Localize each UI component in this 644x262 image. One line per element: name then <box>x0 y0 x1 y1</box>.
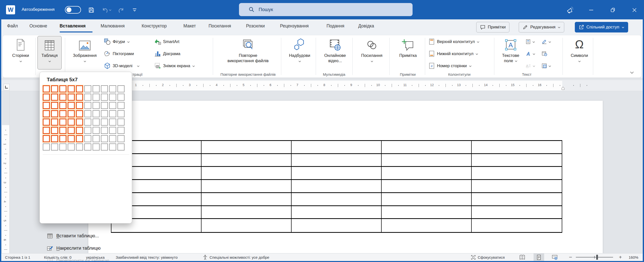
table-size-cell[interactable] <box>59 135 66 142</box>
print-layout-button[interactable] <box>534 253 544 261</box>
online-video-button[interactable]: Онлайнове відео... <box>318 36 352 68</box>
table-size-cell[interactable] <box>76 135 83 142</box>
table-size-cell[interactable] <box>68 135 75 142</box>
quick-parts-button[interactable] <box>526 36 535 47</box>
table-size-cell[interactable] <box>84 110 91 117</box>
table-size-cell[interactable] <box>109 135 116 142</box>
tab-home[interactable]: Основне <box>29 23 47 29</box>
table-size-cell[interactable] <box>84 143 91 151</box>
table-size-cell[interactable] <box>109 119 116 126</box>
table-size-cell[interactable] <box>76 143 83 151</box>
table-size-cell[interactable] <box>93 143 100 151</box>
table-size-cell[interactable] <box>68 85 75 92</box>
table-size-cell[interactable] <box>43 110 50 117</box>
save-button[interactable] <box>87 6 96 14</box>
table-size-cell[interactable] <box>84 127 91 134</box>
table-size-cell[interactable] <box>76 127 83 134</box>
table-size-cell[interactable] <box>93 135 100 142</box>
symbols-button[interactable]: Ω Символи <box>566 36 593 68</box>
table-size-cell[interactable] <box>84 102 91 109</box>
table-size-cell[interactable] <box>51 94 58 101</box>
share-button[interactable]: Спільний доступ <box>575 22 628 32</box>
signature-line-button[interactable] <box>542 36 551 47</box>
table-size-cell[interactable] <box>84 119 91 126</box>
pages-button[interactable]: Сторінки <box>8 36 33 68</box>
new-comment-button[interactable]: Примітка <box>391 36 425 68</box>
tab-view[interactable]: Подання <box>327 23 344 29</box>
table-button[interactable]: Таблиця <box>37 36 62 69</box>
table-size-cell[interactable] <box>51 119 58 126</box>
table-size-cell[interactable] <box>93 94 100 101</box>
menu-item-draw-table[interactable]: Накреслити таблицю <box>40 242 132 254</box>
table-size-cell[interactable] <box>93 127 100 134</box>
table-size-cell[interactable] <box>117 94 125 101</box>
table-size-cell[interactable] <box>84 85 91 92</box>
table-size-cell[interactable] <box>76 119 83 126</box>
tab-help[interactable]: Довідка <box>358 23 374 29</box>
shapes-button[interactable]: Фігури <box>104 36 130 47</box>
footer-button[interactable]: Нижній колонтитул <box>428 48 478 59</box>
table-cell[interactable] <box>292 167 382 180</box>
table-size-cell[interactable] <box>51 143 58 151</box>
table-cell[interactable] <box>202 167 292 180</box>
table-size-cell[interactable] <box>43 127 50 134</box>
table-size-cell[interactable] <box>43 119 50 126</box>
links-button[interactable]: Посилання <box>354 36 389 68</box>
table-size-cell[interactable] <box>59 85 66 92</box>
right-indent-marker[interactable] <box>561 87 565 90</box>
table-size-cell[interactable] <box>109 94 116 101</box>
table-size-cell[interactable] <box>76 102 83 109</box>
autosave-toggle[interactable] <box>65 6 81 14</box>
drop-cap-button[interactable]: А <box>526 60 535 71</box>
table-size-cell[interactable] <box>109 143 116 151</box>
textbox-button[interactable]: А Текстове поле <box>498 36 524 68</box>
comments-button[interactable]: Примітки <box>476 22 509 32</box>
table-cell[interactable] <box>472 141 562 154</box>
tab-draw[interactable]: Малювання <box>101 23 125 29</box>
table-size-cell[interactable] <box>59 110 66 117</box>
table-cell[interactable] <box>472 167 562 180</box>
tab-references[interactable]: Посилання <box>209 23 231 29</box>
table-cell[interactable] <box>202 193 292 206</box>
table-size-cell[interactable] <box>101 110 108 117</box>
zoom-in-button[interactable]: + <box>617 253 624 261</box>
pictures-button[interactable]: Зображення <box>68 36 102 68</box>
table-cell[interactable] <box>202 219 292 232</box>
reuse-files-button[interactable]: Повторне використання файлів <box>217 36 279 68</box>
table-size-cell[interactable] <box>68 127 75 134</box>
table-size-cell[interactable] <box>68 143 75 151</box>
table-size-cell[interactable] <box>101 119 108 126</box>
smartart-button[interactable]: SmartArt <box>154 36 179 47</box>
object-button[interactable] <box>542 60 551 71</box>
zoom-slider-thumb[interactable] <box>596 255 598 260</box>
table-size-cell[interactable] <box>59 119 66 126</box>
page-indicator[interactable]: Сторінка 1 із 1 <box>5 253 30 261</box>
table-size-cell[interactable] <box>93 85 100 92</box>
document-table[interactable] <box>111 140 562 233</box>
table-cell[interactable] <box>202 141 292 154</box>
tab-mailings[interactable]: Розсилки <box>246 23 265 29</box>
table-cell[interactable] <box>292 154 382 167</box>
table-size-grid[interactable] <box>43 85 125 151</box>
header-button[interactable]: Верхній колонтитул <box>428 36 479 47</box>
redo-button[interactable] <box>116 6 126 14</box>
table-cell[interactable] <box>202 154 292 167</box>
table-cell[interactable] <box>472 206 562 219</box>
table-cell[interactable] <box>202 206 292 219</box>
table-size-cell[interactable] <box>117 85 125 92</box>
table-size-cell[interactable] <box>43 85 50 92</box>
close-button[interactable] <box>628 6 640 15</box>
table-size-cell[interactable] <box>43 143 50 151</box>
table-size-cell[interactable] <box>51 110 58 117</box>
table-size-cell[interactable] <box>68 94 75 101</box>
table-cell[interactable] <box>292 193 382 206</box>
table-size-cell[interactable] <box>117 110 125 117</box>
table-size-cell[interactable] <box>51 102 58 109</box>
page-number-button[interactable]: # Номер сторінки <box>428 60 472 71</box>
table-size-cell[interactable] <box>68 102 75 109</box>
editing-mode-button[interactable]: Редагування <box>519 22 564 32</box>
table-size-cell[interactable] <box>51 127 58 134</box>
table-cell[interactable] <box>382 180 472 193</box>
tab-design[interactable]: Конструктор <box>142 23 167 29</box>
table-size-cell[interactable] <box>101 143 108 151</box>
